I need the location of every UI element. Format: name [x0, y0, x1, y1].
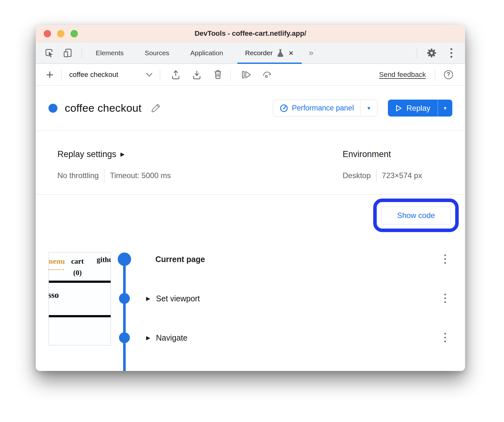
tab-sources[interactable]: Sources [134, 42, 180, 64]
traffic-lights [44, 25, 78, 42]
timeline-dot-navigate[interactable] [119, 332, 130, 343]
help-icon[interactable]: ? [444, 70, 453, 79]
tab-label: Recorder [245, 49, 272, 57]
step-menu-button[interactable] [443, 333, 447, 342]
devtools-menu-button[interactable] [448, 47, 454, 59]
thumbnail-github-text: github [97, 256, 111, 264]
recording-status-dot [48, 104, 57, 113]
device-value: Desktop [343, 171, 371, 180]
toolbar-separator [230, 69, 231, 80]
replay-settings-expander[interactable]: Replay settings ▶ [57, 149, 125, 159]
thumbnail-divider [49, 281, 111, 283]
recorder-toolbar: + coffee checkout [36, 64, 465, 86]
replay-settings-heading: Replay settings [57, 149, 116, 159]
replay-button[interactable]: Replay [388, 100, 438, 117]
device-toolbar-icon [63, 48, 73, 58]
toggle-device-toolbar-button[interactable] [63, 48, 73, 58]
timeline-line [123, 259, 126, 371]
step-menu-button[interactable] [443, 294, 447, 303]
expand-step-icon[interactable]: ▶ [146, 335, 151, 341]
steps-panel: Show code menu cart (0) github sso Curre… [36, 195, 465, 371]
expand-step-icon[interactable]: ▶ [146, 295, 151, 302]
recording-select-value: coffee checkout [69, 71, 118, 79]
tab-elements[interactable]: Elements [85, 42, 134, 64]
tabbar-separator [417, 48, 417, 58]
performance-panel-label: Performance panel [292, 104, 354, 112]
step-replay-button[interactable] [241, 69, 252, 80]
value-separator [104, 169, 104, 182]
tabbar-separator [82, 48, 82, 58]
inspect-cursor-icon [44, 48, 55, 58]
play-step-icon [241, 70, 252, 80]
thumbnail-cart-text: cart (0) [71, 256, 84, 278]
toolbar-separator [435, 69, 435, 80]
tab-label: Application [190, 49, 223, 57]
timeline-dot-set-viewport[interactable] [119, 293, 130, 304]
replay-split-button: Replay ▼ [388, 100, 452, 117]
step-row-current-page[interactable]: Current page [155, 252, 205, 266]
environment-values: Desktop 723×574 px [343, 169, 422, 183]
chevron-down-icon [146, 72, 153, 77]
step-row-navigate[interactable]: ▶ Navigate [146, 331, 188, 345]
replay-dropdown[interactable]: ▼ [438, 100, 452, 117]
replay-loop-button[interactable] [262, 69, 273, 80]
value-separator [376, 169, 376, 182]
download-icon [192, 70, 202, 80]
speedometer-icon [279, 104, 288, 113]
delete-recording-button[interactable] [212, 69, 223, 80]
inspect-element-button[interactable] [44, 48, 55, 58]
timeline-dot-current-page[interactable] [118, 252, 131, 266]
step-label: Navigate [156, 333, 188, 343]
show-code-button[interactable]: Show code [381, 207, 451, 224]
send-feedback-link[interactable]: Send feedback [379, 71, 426, 79]
desktop-background: DevTools - coffee-cart.netlify.app/ [0, 0, 504, 422]
pencil-icon [150, 102, 161, 114]
add-recording-button[interactable]: + [45, 70, 54, 80]
thumbnail-divider [49, 315, 111, 317]
viewport-size-value: 723×574 px [382, 171, 422, 180]
toolbar-separator [61, 69, 62, 80]
step-label: Set viewport [156, 294, 200, 303]
edit-title-button[interactable] [150, 102, 161, 114]
minimize-window-button[interactable] [57, 30, 64, 37]
performance-panel-split-button: Performance panel ▼ [273, 100, 377, 117]
step-screenshot-thumbnail[interactable]: menu cart (0) github sso [48, 252, 111, 345]
devtools-tabbar: Elements Sources Application Recorder × … [36, 42, 465, 64]
more-tabs-chevron-icon[interactable]: » [309, 48, 313, 58]
heading-actions: Performance panel ▼ Replay [273, 100, 452, 117]
upload-icon [171, 70, 181, 80]
tab-label: Sources [145, 49, 169, 57]
recording-select[interactable]: coffee checkout [69, 71, 153, 79]
settings-button[interactable] [426, 48, 437, 58]
window-titlebar: DevTools - coffee-cart.netlify.app/ [36, 25, 465, 42]
environment-heading: Environment [343, 149, 391, 159]
trash-icon [213, 69, 223, 80]
tabbar-right-controls [409, 47, 465, 59]
step-label: Current page [155, 255, 205, 264]
show-code-highlight-ring: Show code [373, 199, 459, 232]
toolbar-right: Send feedback ? [379, 69, 465, 80]
experiment-flask-icon [276, 49, 285, 57]
window-title: DevTools - coffee-cart.netlify.app/ [195, 29, 306, 38]
thumbnail-espresso-text: sso [48, 290, 59, 300]
caret-down-icon: ▼ [367, 105, 371, 111]
tab-label: Elements [96, 49, 124, 57]
expander-triangle-icon: ▶ [121, 151, 125, 158]
recording-heading: coffee checkout [36, 86, 465, 131]
performance-panel-dropdown[interactable]: ▼ [360, 100, 377, 116]
tab-application[interactable]: Application [180, 42, 234, 64]
throttling-value: No throttling [57, 171, 99, 180]
step-menu-button[interactable] [443, 254, 447, 264]
step-row-set-viewport[interactable]: ▶ Set viewport [146, 291, 200, 305]
fullscreen-window-button[interactable] [70, 30, 78, 37]
import-recording-button[interactable] [191, 69, 202, 80]
timeout-value: Timeout: 5000 ms [110, 171, 171, 180]
performance-panel-button[interactable]: Performance panel [273, 100, 360, 116]
caret-down-icon: ▼ [443, 106, 448, 111]
close-window-button[interactable] [44, 30, 51, 37]
tab-recorder[interactable]: Recorder × [237, 42, 302, 64]
active-tab-indicator [237, 63, 302, 64]
export-recording-button[interactable] [170, 69, 181, 80]
play-outline-icon [395, 104, 402, 112]
close-recorder-tab-icon[interactable]: × [288, 49, 294, 57]
